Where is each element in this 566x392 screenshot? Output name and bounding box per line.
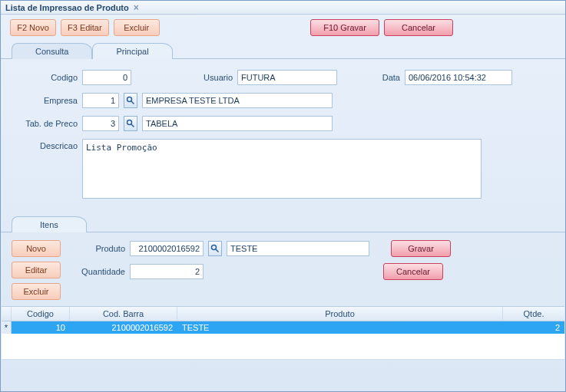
empresa-cod-field[interactable] (82, 93, 119, 108)
empresa-nome-field[interactable] (142, 93, 333, 108)
tab-itens[interactable]: Itens (12, 216, 87, 232)
row-marker-icon: * (2, 321, 12, 334)
label-tabpreco: Tab. de Preco (13, 119, 78, 128)
label-quantidade: Quantidade (71, 267, 125, 276)
close-icon[interactable]: × (134, 2, 139, 13)
col-barra[interactable]: Cod. Barra (70, 307, 177, 321)
itens-area: Novo Editar Excluir Produto Gravar Quant… (1, 232, 565, 306)
item-cancelar-button[interactable]: Cancelar (383, 263, 443, 280)
cancelar-button[interactable]: Cancelar (384, 19, 453, 36)
cell-produto: TESTE (177, 321, 503, 334)
table-row[interactable]: * 10 2100002016592 TESTE 2 (2, 321, 564, 334)
label-empresa: Empresa (13, 96, 78, 105)
item-gravar-button[interactable]: Gravar (391, 240, 451, 257)
tabpreco-cod-field[interactable] (82, 116, 119, 131)
descricao-field[interactable] (82, 139, 482, 199)
col-codigo[interactable]: Codigo (12, 307, 70, 321)
gravar-button[interactable]: F10 Gravar (310, 19, 379, 36)
tabpreco-nome-field[interactable] (142, 116, 333, 131)
grid-header: Codigo Cod. Barra Produto Qtde. (2, 306, 564, 321)
tabpreco-lookup-button[interactable] (124, 116, 137, 131)
tab-principal[interactable]: Principal (92, 43, 172, 59)
produto-cod-field[interactable] (130, 241, 204, 256)
cell-barra: 2100002016592 (70, 321, 177, 334)
label-data: Data (369, 73, 400, 82)
novo-button[interactable]: F2 Novo (10, 19, 56, 36)
label-codigo: Codigo (13, 73, 78, 82)
window-title: Lista de Impressao de Produto (5, 3, 129, 12)
usuario-field[interactable] (237, 70, 337, 85)
cell-codigo: 10 (12, 321, 70, 334)
toolbar: F2 Novo F3 Editar Excluir F10 Gravar Can… (1, 15, 565, 41)
svg-line-1 (131, 101, 134, 104)
search-icon (126, 96, 135, 105)
label-produto: Produto (71, 244, 125, 253)
titlebar: Lista de Impressao de Produto × (1, 1, 565, 15)
item-novo-button[interactable]: Novo (12, 240, 61, 257)
excluir-button[interactable]: Excluir (114, 19, 160, 36)
data-field[interactable] (405, 70, 512, 85)
col-produto[interactable]: Produto (177, 307, 503, 321)
empresa-lookup-button[interactable] (124, 93, 137, 108)
quantidade-field[interactable] (130, 264, 204, 279)
produto-lookup-button[interactable] (208, 241, 222, 256)
itens-tabs: Itens (1, 216, 565, 232)
search-icon (126, 119, 135, 128)
window: Lista de Impressao de Produto × F2 Novo … (0, 0, 566, 392)
cell-qtde: 2 (503, 321, 564, 334)
col-qtde[interactable]: Qtde. (503, 307, 564, 321)
svg-line-3 (131, 124, 134, 127)
item-form: Produto Gravar Quantidade Cancelar (71, 240, 451, 286)
label-usuario: Usuario (187, 73, 233, 82)
principal-form: Codigo Usuario Data Empresa Tab. de Prec… (1, 59, 565, 212)
svg-point-4 (212, 245, 217, 250)
item-editar-button[interactable]: Editar (12, 262, 61, 278)
item-side-buttons: Novo Editar Excluir (12, 240, 61, 300)
codigo-field[interactable] (82, 70, 131, 85)
itens-grid: Codigo Cod. Barra Produto Qtde. * 10 210… (2, 306, 564, 360)
search-icon (210, 244, 220, 253)
svg-point-2 (127, 120, 132, 125)
svg-point-0 (127, 97, 132, 102)
label-descricao: Descricao (13, 139, 78, 150)
tab-consulta[interactable]: Consulta (12, 43, 92, 59)
svg-line-5 (216, 249, 219, 252)
grid-empty-area (2, 334, 564, 360)
main-tabs: Consulta Principal (1, 42, 565, 59)
item-excluir-button[interactable]: Excluir (12, 283, 61, 300)
produto-nome-field[interactable] (227, 241, 369, 256)
editar-button[interactable]: F3 Editar (61, 19, 109, 36)
